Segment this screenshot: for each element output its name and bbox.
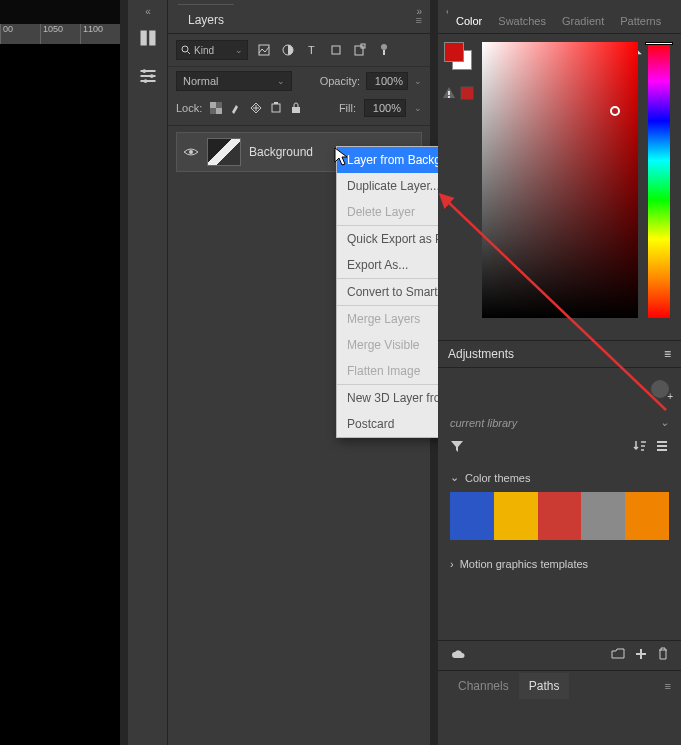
blend-mode-select[interactable]: Normal ⌄: [176, 71, 292, 91]
fill-label: Fill:: [339, 102, 356, 114]
horizontal-ruler: 00 1050 1100: [0, 24, 120, 44]
tab-swatches[interactable]: Swatches: [490, 7, 554, 33]
svg-point-2: [142, 69, 146, 73]
gamut-closest-swatch[interactable]: [460, 86, 474, 100]
filter-kind-label: Kind: [194, 45, 214, 56]
svg-rect-18: [274, 102, 278, 104]
svg-rect-23: [448, 91, 450, 95]
channels-paths-tabs: Channels Paths ≡: [438, 670, 681, 700]
tab-channels[interactable]: Channels: [448, 673, 519, 699]
lock-fill-row: Lock: Fill: 100% ⌄: [168, 95, 430, 126]
svg-rect-0: [141, 31, 147, 46]
adjustments-panel-icon[interactable]: [138, 66, 158, 86]
filter-pixel-icon[interactable]: [256, 42, 272, 58]
library-open-icon[interactable]: [611, 648, 625, 660]
theme-color-2[interactable]: [494, 492, 538, 540]
trash-icon[interactable]: [657, 647, 669, 661]
blend-mode-value: Normal: [183, 75, 218, 87]
section-title: Color themes: [465, 472, 530, 484]
chevron-down-icon[interactable]: ⌄: [660, 416, 669, 429]
ruler-tick: 1100: [80, 24, 120, 44]
svg-rect-6: [259, 45, 269, 55]
theme-color-4[interactable]: [581, 492, 625, 540]
filter-kind-select[interactable]: Kind ⌄: [176, 40, 248, 60]
opacity-field[interactable]: 100%: [366, 72, 408, 90]
tab-patterns[interactable]: Patterns: [612, 7, 669, 33]
collapse-arrows-icon[interactable]: «: [128, 6, 168, 17]
lock-position-icon[interactable]: [250, 102, 262, 114]
gamut-warning-icon[interactable]: [442, 86, 456, 100]
hue-slider[interactable]: [648, 42, 670, 318]
right-panel-column: « Color Swatches Gradient Patterns ◣ Adj…: [438, 0, 681, 745]
fill-field[interactable]: 100%: [364, 99, 406, 117]
color-selector-ring-icon[interactable]: [610, 106, 620, 116]
section-header-motion-graphics[interactable]: › Motion graphics templates: [450, 550, 669, 578]
filter-type-icon[interactable]: T: [304, 42, 320, 58]
svg-point-5: [182, 46, 188, 52]
collapsed-panel-strip: «: [128, 0, 168, 745]
svg-point-3: [150, 74, 154, 78]
add-to-library-icon[interactable]: [635, 648, 647, 660]
library-toolbar: [438, 435, 681, 461]
panel-menu-icon[interactable]: ≡: [416, 14, 422, 26]
theme-color-3[interactable]: [538, 492, 582, 540]
ruler-tick: 1050: [40, 24, 80, 44]
hue-slider-thumb[interactable]: [645, 42, 673, 45]
svg-rect-13: [383, 50, 385, 55]
layers-panel-tabs: Layers ≡: [168, 0, 430, 34]
blend-opacity-row: Normal ⌄ Opacity: 100% ⌄: [168, 67, 430, 95]
current-library-row[interactable]: current library ⌄: [438, 410, 681, 435]
svg-text:T: T: [308, 44, 315, 56]
svg-rect-17: [272, 104, 280, 112]
filter-shape-icon[interactable]: [328, 42, 344, 58]
visibility-eye-icon[interactable]: [183, 146, 199, 158]
filter-adjustment-icon[interactable]: [280, 42, 296, 58]
color-theme-swatch-row[interactable]: [450, 492, 669, 540]
filter-icon[interactable]: [450, 439, 464, 453]
lock-all-icon[interactable]: [290, 102, 302, 114]
svg-rect-15: [210, 102, 216, 108]
libraries-panel: current library ⌄ ⌄ Color themes: [438, 368, 681, 586]
canvas-area[interactable]: [0, 44, 120, 745]
opacity-flyout-icon[interactable]: ⌄: [414, 76, 422, 86]
ruler-tick: 00: [0, 24, 40, 44]
tab-paths[interactable]: Paths: [519, 673, 570, 699]
sort-icon[interactable]: [633, 439, 647, 453]
lock-artboard-icon[interactable]: [270, 102, 282, 114]
svg-rect-24: [448, 96, 450, 98]
panel-menu-icon[interactable]: ≡: [665, 680, 671, 692]
foreground-color-swatch[interactable]: [444, 42, 464, 62]
lock-pixels-icon[interactable]: [230, 102, 242, 114]
theme-color-5[interactable]: [625, 492, 669, 540]
cc-profile-icon[interactable]: [651, 380, 669, 398]
filter-toggle-icon[interactable]: [376, 42, 392, 58]
tab-layers[interactable]: Layers: [178, 4, 234, 33]
cloud-sync-icon[interactable]: [450, 648, 466, 660]
lock-transparency-icon[interactable]: [210, 102, 222, 114]
library-section-color-themes: ⌄ Color themes: [438, 461, 681, 548]
color-picker-area: ◣: [482, 42, 670, 324]
layer-thumbnail[interactable]: [207, 138, 241, 166]
svg-rect-1: [149, 31, 155, 46]
svg-point-20: [189, 150, 193, 154]
tab-color[interactable]: Color: [448, 7, 490, 33]
svg-point-4: [144, 79, 148, 83]
theme-color-1[interactable]: [450, 492, 494, 540]
panel-menu-icon[interactable]: ≡: [664, 347, 671, 361]
fill-flyout-icon[interactable]: ⌄: [414, 103, 422, 113]
opacity-label: Opacity:: [320, 75, 360, 87]
chevron-down-icon: ⌄: [450, 471, 459, 484]
library-section-motion-graphics: › Motion graphics templates: [438, 548, 681, 586]
list-view-icon[interactable]: [655, 439, 669, 453]
section-header-color-themes[interactable]: ⌄ Color themes: [450, 463, 669, 492]
color-field[interactable]: [482, 42, 638, 318]
properties-panel-icon[interactable]: [138, 28, 158, 48]
library-footer: [438, 640, 681, 667]
document-canvas-strip: 00 1050 1100: [0, 0, 120, 745]
section-title: Motion graphics templates: [460, 558, 588, 570]
tab-gradient[interactable]: Gradient: [554, 7, 612, 33]
filter-smart-icon[interactable]: [352, 42, 368, 58]
current-library-label: current library: [450, 417, 517, 429]
adjustments-panel-header[interactable]: Adjustments ≡: [438, 340, 681, 368]
svg-rect-9: [332, 46, 340, 54]
